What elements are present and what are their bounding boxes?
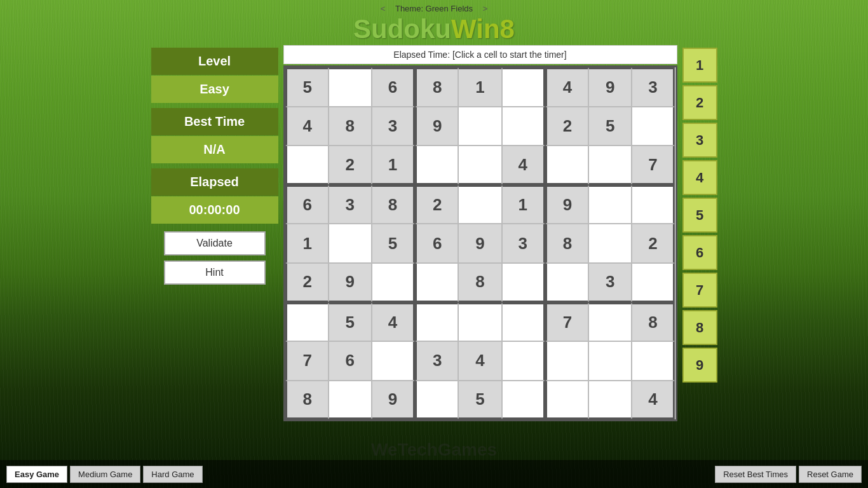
cell-6-5[interactable] xyxy=(502,302,545,342)
medium-game-button[interactable]: Medium Game xyxy=(70,466,140,483)
cell-8-3[interactable] xyxy=(415,381,458,420)
cell-2-3[interactable] xyxy=(415,146,458,185)
numpad-button-5[interactable]: 5 xyxy=(682,198,717,233)
cell-3-2[interactable]: 8 xyxy=(372,185,415,224)
hard-game-button[interactable]: Hard Game xyxy=(143,466,202,483)
cell-2-5[interactable]: 4 xyxy=(502,146,545,185)
cell-8-0[interactable]: 8 xyxy=(285,381,329,420)
cell-8-8[interactable]: 4 xyxy=(632,381,675,420)
cell-1-3[interactable]: 9 xyxy=(415,107,458,146)
cell-5-6[interactable] xyxy=(545,263,588,302)
cell-5-0[interactable]: 2 xyxy=(285,263,329,302)
cell-2-1[interactable]: 2 xyxy=(329,146,372,185)
cell-7-1[interactable]: 6 xyxy=(329,341,372,381)
cell-8-4[interactable]: 5 xyxy=(458,381,501,420)
cell-3-1[interactable]: 3 xyxy=(329,185,372,224)
cell-5-1[interactable]: 9 xyxy=(329,263,372,302)
cell-1-8[interactable] xyxy=(632,107,675,146)
cell-4-2[interactable]: 5 xyxy=(372,224,415,263)
cell-0-3[interactable]: 8 xyxy=(415,67,458,107)
cell-1-5[interactable] xyxy=(502,107,545,146)
numpad-button-1[interactable]: 1 xyxy=(682,48,717,83)
cell-2-6[interactable] xyxy=(545,146,588,185)
theme-next-arrow[interactable]: > xyxy=(483,4,488,13)
cell-4-4[interactable]: 9 xyxy=(458,224,501,263)
cell-1-0[interactable]: 4 xyxy=(285,107,329,146)
cell-5-2[interactable] xyxy=(372,263,415,302)
cell-0-6[interactable]: 4 xyxy=(545,67,588,107)
cell-6-3[interactable] xyxy=(415,302,458,342)
cell-6-1[interactable]: 5 xyxy=(329,302,372,342)
cell-4-3[interactable]: 6 xyxy=(415,224,458,263)
cell-7-2[interactable] xyxy=(372,341,415,381)
cell-6-8[interactable]: 8 xyxy=(632,302,675,342)
easy-game-button[interactable]: Easy Game xyxy=(6,466,67,483)
cell-6-7[interactable] xyxy=(588,302,632,342)
hint-button[interactable]: Hint xyxy=(164,261,266,285)
cell-4-5[interactable]: 3 xyxy=(502,224,545,263)
cell-0-4[interactable]: 1 xyxy=(458,67,501,107)
cell-3-0[interactable]: 6 xyxy=(285,185,329,224)
cell-7-6[interactable] xyxy=(545,341,588,381)
reset-game-button[interactable]: Reset Game xyxy=(799,466,862,483)
cell-4-7[interactable] xyxy=(588,224,632,263)
numpad-button-9[interactable]: 9 xyxy=(682,348,717,383)
cell-7-8[interactable] xyxy=(632,341,675,381)
cell-3-4[interactable] xyxy=(458,185,501,224)
cell-8-6[interactable] xyxy=(545,381,588,420)
cell-5-5[interactable] xyxy=(502,263,545,302)
cell-3-7[interactable] xyxy=(588,185,632,224)
cell-6-4[interactable] xyxy=(458,302,501,342)
cell-5-7[interactable]: 3 xyxy=(588,263,632,302)
cell-6-6[interactable]: 7 xyxy=(545,302,588,342)
cell-7-7[interactable] xyxy=(588,341,632,381)
cell-4-1[interactable] xyxy=(329,224,372,263)
cell-0-0[interactable]: 5 xyxy=(285,67,329,107)
cell-1-4[interactable] xyxy=(458,107,501,146)
cell-0-5[interactable] xyxy=(502,67,545,107)
cell-1-7[interactable]: 5 xyxy=(588,107,632,146)
cell-1-1[interactable]: 8 xyxy=(329,107,372,146)
cell-4-6[interactable]: 8 xyxy=(545,224,588,263)
cell-5-3[interactable] xyxy=(415,263,458,302)
cell-7-0[interactable]: 7 xyxy=(285,341,329,381)
cell-8-2[interactable]: 9 xyxy=(372,381,415,420)
cell-3-8[interactable] xyxy=(632,185,675,224)
cell-2-8[interactable]: 7 xyxy=(632,146,675,185)
cell-5-4[interactable]: 8 xyxy=(458,263,501,302)
cell-0-8[interactable]: 3 xyxy=(632,67,675,107)
cell-3-5[interactable]: 1 xyxy=(502,185,545,224)
numpad-button-3[interactable]: 3 xyxy=(682,123,717,158)
cell-0-7[interactable]: 9 xyxy=(588,67,632,107)
cell-7-3[interactable]: 3 xyxy=(415,341,458,381)
cell-4-0[interactable]: 1 xyxy=(285,224,329,263)
numpad-button-4[interactable]: 4 xyxy=(682,160,717,195)
cell-1-2[interactable]: 3 xyxy=(372,107,415,146)
board-row-7: 7634 xyxy=(285,341,675,381)
cell-1-6[interactable]: 2 xyxy=(545,107,588,146)
cell-0-1[interactable] xyxy=(329,67,372,107)
cell-8-7[interactable] xyxy=(588,381,632,420)
reset-best-times-button[interactable]: Reset Best Times xyxy=(715,466,796,483)
cell-7-4[interactable]: 4 xyxy=(458,341,501,381)
cell-5-8[interactable] xyxy=(632,263,675,302)
validate-button[interactable]: Validate xyxy=(164,231,266,255)
cell-0-2[interactable]: 6 xyxy=(372,67,415,107)
cell-4-8[interactable]: 2 xyxy=(632,224,675,263)
cell-6-0[interactable] xyxy=(285,302,329,342)
cell-2-7[interactable] xyxy=(588,146,632,185)
cell-8-1[interactable] xyxy=(329,381,372,420)
cell-6-2[interactable]: 4 xyxy=(372,302,415,342)
cell-2-4[interactable] xyxy=(458,146,501,185)
cell-7-5[interactable] xyxy=(502,341,545,381)
cell-2-0[interactable] xyxy=(285,146,329,185)
numpad-button-8[interactable]: 8 xyxy=(682,310,717,345)
cell-3-6[interactable]: 9 xyxy=(545,185,588,224)
cell-3-3[interactable]: 2 xyxy=(415,185,458,224)
theme-prev-arrow[interactable]: < xyxy=(381,4,386,13)
numpad-button-2[interactable]: 2 xyxy=(682,85,717,120)
numpad-button-6[interactable]: 6 xyxy=(682,235,717,270)
cell-2-2[interactable]: 1 xyxy=(372,146,415,185)
numpad-button-7[interactable]: 7 xyxy=(682,273,717,308)
cell-8-5[interactable] xyxy=(502,381,545,420)
